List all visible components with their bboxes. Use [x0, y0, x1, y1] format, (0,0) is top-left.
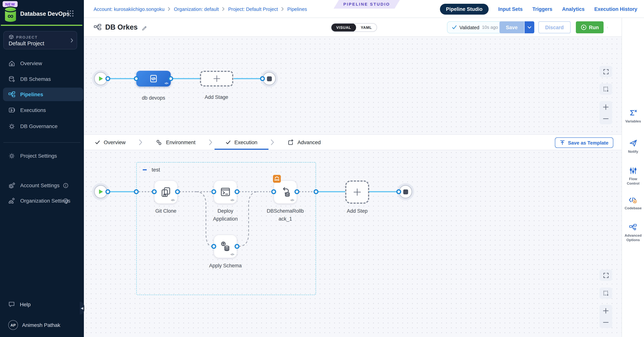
tab-advanced[interactable]: Advanced [288, 135, 321, 150]
collapse-group-button[interactable] [143, 168, 147, 172]
kebab-menu-icon[interactable] [606, 24, 608, 31]
end-in-port[interactable] [396, 189, 401, 194]
zoom-to-fit-button[interactable] [600, 66, 612, 77]
deploy-out-port[interactable] [234, 189, 240, 194]
chevron-right-icon [168, 7, 170, 11]
code-badge: </> [290, 198, 294, 202]
terminal-icon [220, 186, 231, 198]
tab-execution-history[interactable]: Execution History [594, 6, 637, 12]
cube-icon [8, 34, 14, 40]
sidebar-item-project-settings[interactable]: Project Settings [0, 149, 84, 162]
save-as-template-button[interactable]: Save as Template [555, 138, 613, 148]
run-button[interactable]: Run [576, 21, 604, 33]
pipeline-graph-icon [94, 24, 102, 31]
start-out-port[interactable] [106, 76, 110, 81]
deploy-in-port[interactable] [211, 189, 216, 194]
group-in-port[interactable] [134, 189, 139, 194]
breadcrumb-pipelines[interactable]: Pipelines [287, 6, 307, 12]
validated-badge[interactable]: Validated 10s ago [447, 21, 503, 33]
rail-item-flow-control[interactable]: Flow Control [622, 167, 644, 186]
zoom-to-fit-button[interactable] [600, 270, 612, 281]
info-icon[interactable] [63, 198, 68, 204]
module-grid-icon[interactable] [67, 10, 74, 17]
rail-item-advanced-options[interactable]: Advanced Options [622, 224, 644, 242]
codebase-warning-icon [629, 197, 638, 204]
visual-yaml-toggle[interactable]: VISUAL YAML [331, 23, 377, 32]
apply-schema-in-port[interactable] [211, 244, 216, 249]
toggle-yaml[interactable]: YAML [356, 24, 377, 32]
project-selector[interactable]: PROJECT Default Project [3, 31, 77, 50]
sidebar-item-pipelines[interactable]: Pipelines [3, 88, 83, 101]
git-clone-icon [160, 186, 172, 198]
sliders-icon [630, 167, 637, 174]
zoom-out-button[interactable] [600, 113, 612, 124]
code-badge: </> [164, 82, 168, 85]
add-step-button[interactable] [345, 180, 369, 204]
breadcrumb-account[interactable]: Account: kurosakiichigo.songoku [94, 6, 164, 12]
step-node-git-clone[interactable]: </> [154, 180, 178, 204]
breadcrumb-organization[interactable]: Organization: default [174, 6, 219, 12]
git-clone-in-port[interactable] [152, 189, 157, 194]
step-label: Git Clone [156, 208, 176, 215]
tab-analytics[interactable]: Analytics [562, 6, 584, 12]
toggle-visual[interactable]: VISUAL [331, 23, 356, 32]
stage-canvas[interactable]: </> db devops Add Stage [84, 37, 622, 134]
rail-item-notify[interactable]: Notify [622, 139, 644, 154]
sidebar-item-executions[interactable]: Executions [0, 103, 84, 117]
start-out-port[interactable] [106, 189, 110, 194]
zoom-in-button[interactable] [600, 305, 612, 316]
custom-stage-icon [149, 74, 158, 84]
rollback-in-port[interactable] [271, 189, 276, 194]
save-dropdown-button[interactable] [524, 21, 534, 33]
stage-in-port[interactable] [134, 76, 139, 81]
top-bar: Account: kurosakiichigo.songoku Organiza… [84, 0, 644, 18]
run-play-icon [581, 24, 587, 30]
rail-item-codebase[interactable]: Codebase [622, 197, 644, 210]
tab-pipeline-studio[interactable]: Pipeline Studio [440, 4, 488, 14]
fullscreen-icon [603, 272, 608, 278]
save-button[interactable]: Save [500, 21, 524, 33]
tab-input-sets[interactable]: Input Sets [498, 6, 523, 12]
rail-item-variables[interactable]: Variables [622, 109, 644, 124]
apply-schema-out-port[interactable] [234, 244, 240, 249]
sidebar-item-db-governance[interactable]: DB Governance [0, 120, 84, 133]
breadcrumb-project[interactable]: Project: Default Project [228, 6, 278, 12]
paper-plane-icon [629, 139, 637, 147]
marquee-select-button[interactable] [600, 288, 612, 299]
step-node-deploy-application[interactable]: </> [214, 180, 237, 204]
play-box-icon [8, 106, 15, 114]
chevron-right-icon [271, 139, 274, 145]
end-in-port[interactable] [260, 76, 265, 81]
step-node-apply-schema[interactable]: </> [214, 235, 237, 258]
step-label: Deploy Application [207, 208, 244, 223]
tab-execution[interactable]: Execution [226, 135, 258, 150]
check-icon [95, 140, 100, 144]
stage-node-db-devops[interactable]: </> [136, 71, 171, 86]
help-button[interactable]: Help [0, 298, 84, 311]
group-out-port[interactable] [314, 189, 318, 194]
sidebar-item-organization-settings[interactable]: Organization Settings [0, 194, 84, 208]
edit-pencil-icon[interactable] [141, 24, 147, 30]
tab-triggers[interactable]: Triggers [532, 6, 552, 12]
zoom-out-button[interactable] [600, 316, 612, 328]
advanced-icon [288, 139, 294, 145]
tab-overview[interactable]: Overview [95, 135, 126, 150]
user-menu[interactable]: AP Animesh Pathak [0, 318, 84, 332]
step-node-dbschemarollback[interactable]: </> [274, 180, 297, 204]
zoom-in-button[interactable] [600, 101, 612, 113]
execution-canvas[interactable]: test </> </> </> </> [84, 150, 622, 337]
discard-button[interactable]: Discard [538, 21, 570, 33]
add-stage-button[interactable] [200, 71, 233, 86]
marquee-select-button[interactable] [600, 84, 612, 95]
tab-environment[interactable]: Environment [156, 135, 196, 150]
sidebar-item-overview[interactable]: Overview [0, 56, 84, 70]
stage-out-port[interactable] [168, 76, 173, 81]
git-clone-out-port[interactable] [175, 189, 180, 194]
rollback-out-port[interactable] [294, 189, 299, 194]
sidebar-item-db-schemas[interactable]: DB Schemas [0, 72, 84, 86]
sidebar-item-account-settings[interactable]: Account Settings [0, 178, 84, 192]
info-icon[interactable] [63, 182, 68, 188]
database-devops-logo-icon: ∞ [3, 6, 18, 23]
add-stage-label: Add Stage [204, 94, 228, 102]
zoom-controls [600, 101, 612, 124]
